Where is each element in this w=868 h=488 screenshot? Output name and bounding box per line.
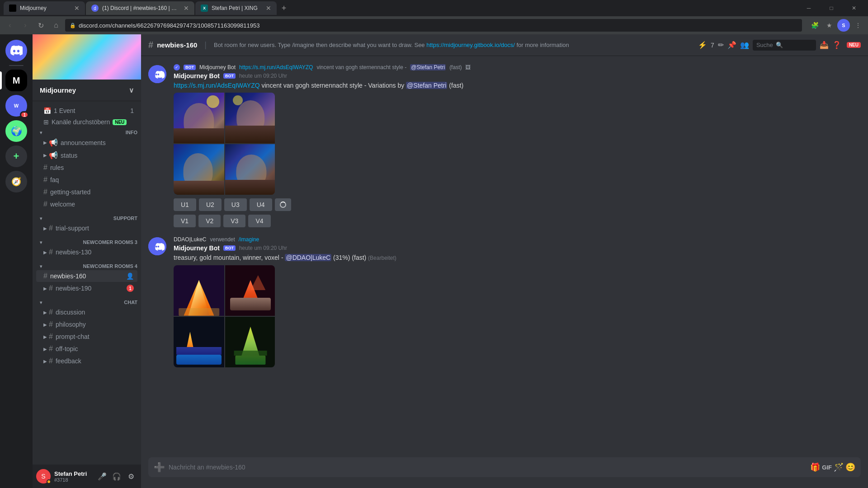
channel-sidebar: Midjourney ∨ 📅 1 Event 1 ⊞ Kanäle durchs… bbox=[33, 34, 141, 488]
forward-button[interactable]: › bbox=[19, 19, 32, 32]
server-icon-3[interactable]: 🌍 bbox=[5, 120, 27, 142]
v2-button[interactable]: V2 bbox=[198, 215, 221, 227]
server-icon-midjourney[interactable]: M bbox=[5, 70, 27, 91]
vangogh-img-2[interactable] bbox=[225, 93, 275, 143]
channel-newbies-160[interactable]: # newbies-160 👤 bbox=[36, 270, 137, 282]
section-header-info[interactable]: ▾ INFO bbox=[33, 128, 141, 136]
profile-button[interactable]: S bbox=[837, 19, 850, 32]
user-settings-button[interactable]: ⚙ bbox=[125, 470, 137, 483]
channel-trial-support[interactable]: ▶ # trial-support bbox=[36, 222, 137, 234]
header-members-count[interactable]: 7 bbox=[711, 42, 714, 49]
maximize-button[interactable]: □ bbox=[821, 1, 842, 15]
browser-chrome: Midjourney ✕ d (1) Discord | #newbies-16… bbox=[0, 0, 868, 34]
header-pin-icon[interactable]: 📌 bbox=[727, 41, 736, 49]
header-inbox-icon[interactable]: 📥 bbox=[820, 41, 829, 49]
header-help-icon[interactable]: ❓ bbox=[832, 41, 841, 49]
server-icon-2[interactable]: W 1 bbox=[5, 95, 27, 117]
header-pencil-icon[interactable]: ✏ bbox=[718, 41, 724, 49]
server-header[interactable]: Midjourney ∨ bbox=[33, 80, 141, 101]
u3-button[interactable]: U3 bbox=[224, 198, 247, 211]
mountain-img-3[interactable] bbox=[174, 317, 224, 367]
mountain-image-grid[interactable] bbox=[174, 265, 275, 367]
info-label: INFO bbox=[126, 130, 137, 135]
channel-faq[interactable]: # faq bbox=[36, 174, 137, 186]
channel-welcome[interactable]: # welcome bbox=[36, 198, 137, 210]
message-author-2[interactable]: Midjourney Bot bbox=[174, 244, 220, 252]
channel-getting-started[interactable]: # getting-started bbox=[36, 186, 137, 198]
user-avatar[interactable]: S bbox=[36, 469, 51, 483]
vangogh-image-grid[interactable] bbox=[174, 93, 275, 195]
u2-button[interactable]: U2 bbox=[199, 198, 222, 211]
message-mention-2[interactable]: @DDAO|LukeC bbox=[285, 254, 331, 261]
emoji-button[interactable]: 😊 bbox=[845, 462, 855, 472]
add-file-button[interactable]: ➕ bbox=[154, 462, 165, 473]
tab-midjourney[interactable]: Midjourney ✕ bbox=[4, 1, 85, 15]
header-search[interactable]: Suche 🔍 bbox=[753, 40, 816, 51]
sticker-button[interactable]: 🪄 bbox=[834, 462, 844, 472]
channel-discussion[interactable]: ▶ # discussion bbox=[36, 306, 137, 318]
messages-area[interactable]: ✓ BOT Midjourney Bot https://s.mj.run/Ad… bbox=[141, 56, 868, 457]
u1-button[interactable]: U1 bbox=[174, 198, 196, 211]
event-item[interactable]: 📅 1 Event 1 bbox=[36, 105, 137, 116]
section-header-newcomer4[interactable]: ▾ NEWCOMER ROOMS 4 bbox=[33, 262, 141, 270]
channel-feedback[interactable]: ▶ # feedback bbox=[36, 355, 137, 367]
server-icon-add[interactable]: + bbox=[5, 145, 27, 167]
section-header-chat[interactable]: ▾ CHAT bbox=[33, 298, 141, 306]
server-icon-home[interactable] bbox=[5, 40, 27, 61]
v4-button[interactable]: V4 bbox=[248, 215, 270, 227]
deafen-button[interactable]: 🎧 bbox=[110, 470, 123, 483]
channel-philosophy[interactable]: ▶ # philosophy bbox=[36, 319, 137, 330]
channel-prompt-chat[interactable]: ▶ # prompt-chat bbox=[36, 331, 137, 343]
tab-xing[interactable]: X Stefan Petri | XING ✕ bbox=[195, 1, 277, 15]
message-mention-1[interactable]: @Stefan Petri bbox=[406, 82, 447, 89]
announcements-arrow: ▶ bbox=[43, 140, 47, 145]
context-mention-1[interactable]: @Stefan Petri bbox=[410, 64, 446, 70]
bookmark-button[interactable]: ★ bbox=[823, 19, 835, 32]
message-link-1[interactable]: https://s.mj.run/AdsEqIWAYZQ bbox=[174, 82, 260, 89]
section-header-support[interactable]: ▾ SUPPORT bbox=[33, 214, 141, 222]
channel-off-topic[interactable]: ▶ # off-topic bbox=[36, 343, 137, 355]
u4-button[interactable]: U4 bbox=[250, 198, 272, 211]
tab-discord-close[interactable]: ✕ bbox=[184, 5, 189, 12]
v3-button[interactable]: V3 bbox=[223, 215, 245, 227]
new-tab-button[interactable]: + bbox=[278, 2, 290, 14]
mountain-img-4[interactable] bbox=[225, 317, 275, 367]
settings-button[interactable]: ⋮ bbox=[852, 19, 864, 32]
channel-announcements[interactable]: ▶ 📢 announcements bbox=[36, 136, 137, 149]
channel-newbies-190[interactable]: ▶ # newbies-190 1 bbox=[36, 282, 137, 294]
extensions-button[interactable]: 🧩 bbox=[808, 19, 821, 32]
message-input-field[interactable] bbox=[169, 464, 807, 471]
mute-button[interactable]: 🎤 bbox=[96, 470, 108, 483]
browse-channels-item[interactable]: ⊞ Kanäle durchstöbern NEU bbox=[36, 117, 137, 127]
home-button[interactable]: ⌂ bbox=[50, 19, 62, 32]
header-members-icon[interactable]: 👥 bbox=[740, 41, 749, 49]
mountain-img-1[interactable] bbox=[174, 265, 224, 316]
tab-midjourney-close[interactable]: ✕ bbox=[74, 5, 80, 12]
section-header-newcomer3[interactable]: ▾ NEWCOMER ROOMS 3 bbox=[33, 238, 141, 246]
tab-xing-close[interactable]: ✕ bbox=[266, 5, 271, 12]
gift-button[interactable]: 🎁 bbox=[810, 462, 820, 472]
refresh-btn-1[interactable] bbox=[275, 198, 291, 211]
channel-rules[interactable]: # rules bbox=[36, 162, 137, 174]
v1-button[interactable]: V1 bbox=[174, 215, 196, 227]
channel-status[interactable]: ▶ 📢 status bbox=[36, 149, 137, 161]
vangogh-img-3[interactable] bbox=[174, 144, 224, 195]
refresh-button[interactable]: ↻ bbox=[34, 19, 47, 32]
minimize-button[interactable]: ─ bbox=[798, 1, 819, 15]
context-command-2[interactable]: /imagine bbox=[239, 236, 259, 243]
gif-button[interactable]: GIF bbox=[822, 464, 832, 471]
channel-newbies-130[interactable]: ▶ # newbies-130 bbox=[36, 246, 137, 258]
context-link-1[interactable]: https://s.mj.run/AdsEqIWAYZQ bbox=[239, 64, 313, 70]
address-bar[interactable]: 🔒 discord.com/channels/66226797698429747… bbox=[65, 19, 802, 32]
vangogh-action-buttons-row1: U1 U2 U3 U4 bbox=[174, 198, 861, 211]
tab-discord[interactable]: d (1) Discord | #newbies-160 | Mid... ✕ bbox=[86, 1, 194, 15]
back-button[interactable]: ‹ bbox=[4, 19, 16, 32]
mountain-img-2[interactable] bbox=[225, 265, 275, 316]
vangogh-img-1[interactable] bbox=[174, 93, 224, 143]
close-button[interactable]: ✕ bbox=[844, 1, 864, 15]
server-icon-explore[interactable]: 🧭 bbox=[5, 171, 27, 192]
channel-desc-link[interactable]: https://midjourney.gitbook.io/docs/ bbox=[426, 42, 515, 48]
message-author-1[interactable]: Midjourney Bot bbox=[174, 72, 220, 80]
vangogh-img-4[interactable] bbox=[225, 144, 275, 195]
header-bolt-icon[interactable]: ⚡ bbox=[698, 41, 707, 49]
